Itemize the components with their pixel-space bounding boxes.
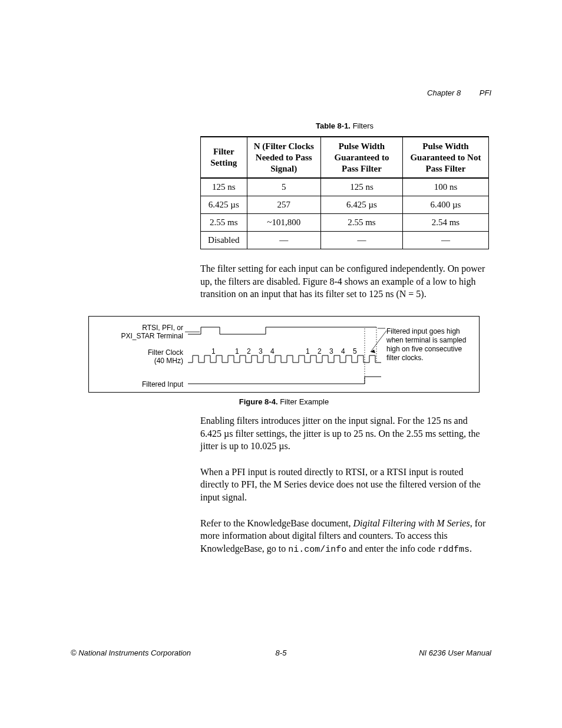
- table-caption-label: Table 8-1.: [316, 121, 351, 130]
- cell: 2.55 ms: [201, 214, 247, 232]
- figure-box: RTSI, PFI, or PXI_STAR Terminal Filter C…: [88, 316, 480, 393]
- cell: 2.55 ms: [321, 214, 403, 232]
- cell: ~101,800: [247, 214, 320, 232]
- table-row: 125 ns 5 125 ns 100 ns: [201, 178, 489, 196]
- table-row: Disabled — — —: [201, 232, 489, 249]
- th-n-clocks: N (Filter Clocks Needed to Pass Signal): [247, 137, 320, 178]
- figure-note: Filtered input goes high when terminal i…: [386, 327, 472, 363]
- tick: 4: [341, 347, 345, 355]
- p4-text-a: Refer to the KnowledgeBase document,: [200, 518, 353, 528]
- tick: 2: [318, 347, 322, 355]
- cell: 6.400 µs: [402, 196, 488, 214]
- paragraph-2: Enabling filters introduces jitter on th…: [200, 414, 489, 453]
- content-area: Table 8-1. Filters Filter Setting N (Fil…: [88, 121, 491, 556]
- footer-center: 8-5: [71, 648, 491, 657]
- th-not-pass: Pulse Width Guaranteed to Not Pass Filte…: [402, 137, 488, 178]
- p4-code2: rddfms: [438, 545, 470, 555]
- cell: 257: [247, 196, 320, 214]
- cell: 6.425 µs: [321, 196, 403, 214]
- footer: © National Instruments Corporation 8-5 N…: [71, 648, 491, 657]
- cell: Disabled: [201, 232, 247, 249]
- th-filter-setting: Filter Setting: [201, 137, 247, 178]
- table-caption-title: Filters: [353, 121, 373, 130]
- tick: 2: [247, 347, 251, 355]
- tick: 3: [329, 347, 333, 355]
- table-container: Table 8-1. Filters Filter Setting N (Fil…: [200, 121, 489, 249]
- cell: 5: [247, 178, 320, 196]
- tick: 1: [211, 347, 216, 355]
- cell: —: [402, 232, 488, 249]
- cell: 100 ns: [402, 178, 488, 196]
- p4-title: Digital Filtering with M Series: [353, 518, 470, 528]
- page: Chapter 8 PFI Table 8-1. Filters Filter …: [0, 0, 562, 728]
- tick: 3: [259, 347, 263, 355]
- cell: 125 ns: [321, 178, 403, 196]
- tick: 5: [353, 347, 357, 355]
- tick: 4: [270, 347, 275, 355]
- paragraph-3: When a PFI input is routed directly to R…: [200, 466, 489, 504]
- table-caption: Table 8-1. Filters: [200, 121, 489, 130]
- svg-line-3: [371, 331, 386, 352]
- table-row: 6.425 µs 257 6.425 µs 6.400 µs: [201, 196, 489, 214]
- tick: 1: [306, 347, 310, 355]
- paragraph-4: Refer to the KnowledgeBase document, Dig…: [200, 517, 489, 556]
- p4-text-c: and enter the info code: [346, 543, 438, 554]
- chapter-header: Chapter 8 PFI: [427, 88, 491, 97]
- table-header-row: Filter Setting N (Filter Clocks Needed t…: [201, 137, 489, 178]
- filters-table: Filter Setting N (Filter Clocks Needed t…: [200, 136, 489, 249]
- chapter-title: PFI: [480, 88, 491, 97]
- cell: 2.54 ms: [402, 214, 488, 232]
- table-row: 2.55 ms ~101,800 2.55 ms 2.54 ms: [201, 214, 489, 232]
- figure-caption-label: Figure 8-4.: [239, 397, 278, 406]
- cell: —: [247, 232, 320, 249]
- cell: —: [321, 232, 403, 249]
- chapter-label: Chapter 8: [427, 88, 461, 97]
- p4-code1: ni.com/info: [288, 545, 346, 555]
- figure-caption-title: Filter Example: [280, 397, 329, 406]
- paragraph-1: The filter setting for each input can be…: [200, 262, 489, 301]
- figure-caption: Figure 8-4. Filter Example: [88, 397, 480, 406]
- p4-text-d: .: [470, 543, 472, 554]
- tick: 1: [235, 347, 239, 355]
- cell: 6.425 µs: [201, 196, 247, 214]
- cell: 125 ns: [201, 178, 247, 196]
- th-pass: Pulse Width Guaranteed to Pass Filter: [321, 137, 403, 178]
